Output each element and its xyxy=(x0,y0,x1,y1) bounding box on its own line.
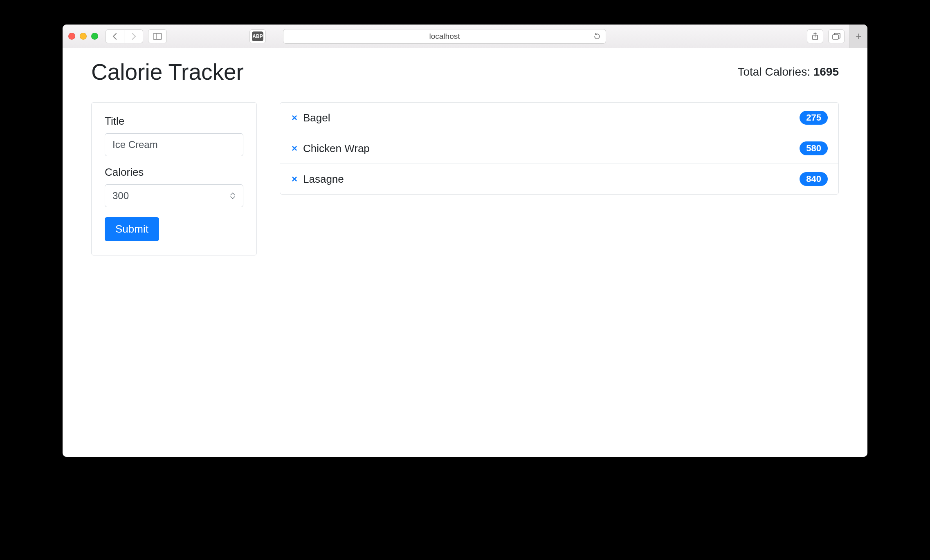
new-tab-button[interactable]: + xyxy=(849,25,867,48)
reload-button[interactable] xyxy=(593,33,601,40)
add-item-form: Title Calories Submit xyxy=(91,102,257,255)
window-controls xyxy=(68,33,98,40)
header-row: Calorie Tracker Total Calories: 1695 xyxy=(91,59,839,85)
list-item: × Chicken Wrap 580 xyxy=(280,133,838,164)
submit-button[interactable]: Submit xyxy=(105,217,159,241)
delete-item-button[interactable]: × xyxy=(291,143,298,154)
delete-item-button[interactable]: × xyxy=(291,112,298,123)
back-button[interactable] xyxy=(106,29,124,43)
calories-label: Calories xyxy=(105,166,243,179)
page-content: Calorie Tracker Total Calories: 1695 Tit… xyxy=(63,48,867,457)
item-name: Chicken Wrap xyxy=(303,142,370,155)
calorie-badge: 275 xyxy=(800,111,828,125)
number-stepper[interactable] xyxy=(230,193,239,199)
address-text: localhost xyxy=(429,32,460,41)
safari-window: ABP localhost + xyxy=(63,25,867,457)
item-name: Lasagne xyxy=(303,173,344,186)
items-list: × Bagel 275 × Chicken Wrap 580 × Lasagne xyxy=(280,102,839,195)
chevron-right-icon xyxy=(131,33,136,40)
delete-item-button[interactable]: × xyxy=(291,173,298,185)
share-icon xyxy=(812,32,818,40)
address-bar[interactable]: localhost xyxy=(283,29,606,44)
total-value: 1695 xyxy=(813,65,839,78)
svg-rect-3 xyxy=(833,35,838,39)
zoom-window-icon[interactable] xyxy=(91,33,98,40)
tabs-button[interactable] xyxy=(828,29,845,43)
abp-icon: ABP xyxy=(252,31,263,41)
minimize-window-icon[interactable] xyxy=(80,33,87,40)
titlebar: ABP localhost + xyxy=(63,25,867,48)
item-name: Bagel xyxy=(303,112,330,124)
list-item: × Lasagne 840 xyxy=(280,164,838,194)
chevron-left-icon xyxy=(112,33,117,40)
page-title: Calorie Tracker xyxy=(91,59,244,85)
chevron-down-icon xyxy=(230,196,235,199)
sidebar-icon xyxy=(153,33,162,40)
title-label: Title xyxy=(105,115,243,128)
abp-extension-button[interactable]: ABP xyxy=(249,29,266,43)
chevron-up-icon xyxy=(230,193,235,196)
calorie-badge: 580 xyxy=(800,141,828,155)
calories-input[interactable] xyxy=(105,184,243,207)
nav-buttons xyxy=(106,29,143,43)
total-label: Total Calories: xyxy=(738,65,813,78)
forward-button[interactable] xyxy=(124,29,143,43)
svg-rect-0 xyxy=(153,33,162,39)
title-input[interactable] xyxy=(105,133,243,156)
plus-icon: + xyxy=(856,30,862,43)
reload-icon xyxy=(593,33,601,40)
close-window-icon[interactable] xyxy=(68,33,75,40)
sidebar-button[interactable] xyxy=(148,29,167,43)
calorie-badge: 840 xyxy=(800,172,828,186)
list-item: × Bagel 275 xyxy=(280,103,838,133)
tabs-icon xyxy=(832,33,840,40)
share-button[interactable] xyxy=(807,29,823,43)
total-calories: Total Calories: 1695 xyxy=(738,65,839,78)
